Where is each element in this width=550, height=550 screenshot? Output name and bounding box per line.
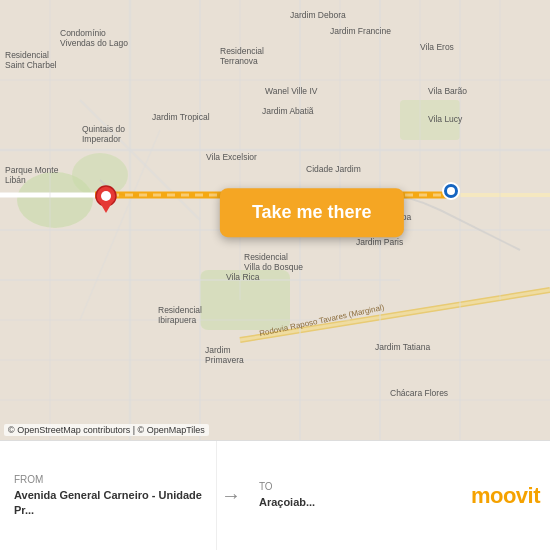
destination-marker bbox=[442, 182, 460, 204]
svg-point-33 bbox=[447, 187, 455, 195]
take-me-there-button[interactable]: Take me there bbox=[220, 188, 404, 237]
svg-marker-30 bbox=[99, 201, 113, 213]
to-section: To Araçoiab... bbox=[245, 441, 461, 550]
bottom-bar: From Avenida General Carneiro - Unidade … bbox=[0, 440, 550, 550]
moovit-text: moovit bbox=[471, 483, 540, 509]
route-arrow: → bbox=[217, 441, 245, 550]
from-label: From bbox=[14, 474, 202, 485]
origin-marker bbox=[95, 185, 117, 217]
map-attribution: © OpenStreetMap contributors | © OpenMap… bbox=[4, 424, 209, 436]
app: CondomínioVivendas do Lago ResidencialSa… bbox=[0, 0, 550, 550]
to-label: To bbox=[259, 481, 447, 492]
from-section: From Avenida General Carneiro - Unidade … bbox=[0, 441, 217, 550]
moovit-logo: moovit bbox=[461, 441, 550, 550]
map-area: CondomínioVivendas do Lago ResidencialSa… bbox=[0, 0, 550, 440]
from-value: Avenida General Carneiro - Unidade Pr... bbox=[14, 488, 202, 517]
svg-point-31 bbox=[101, 191, 111, 201]
to-value: Araçoiab... bbox=[259, 495, 447, 509]
svg-rect-4 bbox=[400, 100, 460, 140]
